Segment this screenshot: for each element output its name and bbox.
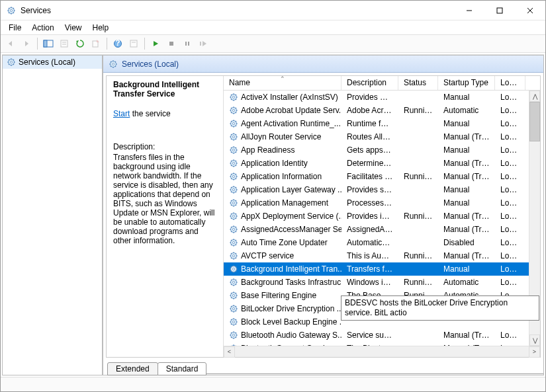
service-row[interactable]: Background Tasks Infrastruc...Windows in… xyxy=(224,276,540,289)
service-row[interactable]: Bluetooth Audio Gateway S...Service sup.… xyxy=(224,329,540,342)
service-name-cell: Application Layer Gateway ... xyxy=(241,185,341,194)
service-desc-cell: Routes AllJo... xyxy=(341,132,398,141)
tab-extended[interactable]: Extended xyxy=(107,362,158,375)
service-startup-cell: Automatic xyxy=(438,278,495,287)
tree-node-services-local[interactable]: Services (Local) xyxy=(3,56,102,69)
service-desc-cell: Provides Us... xyxy=(341,93,398,102)
service-desc-cell: Provides inf... xyxy=(341,212,398,221)
titlebar[interactable]: Services xyxy=(1,1,545,20)
service-row[interactable]: Agent Activation Runtime_...Runtime for.… xyxy=(224,117,540,130)
tab-standard[interactable]: Standard xyxy=(158,362,207,375)
service-icon xyxy=(229,159,238,168)
service-name-cell: Bluetooth Audio Gateway S... xyxy=(241,331,341,340)
service-name-cell: Application Information xyxy=(241,172,322,181)
description-text: Transfers files in the background using … xyxy=(113,153,216,245)
col-description[interactable]: Description xyxy=(341,76,398,90)
service-logon-cell: Local Se xyxy=(495,159,525,168)
scroll-right-icon[interactable]: > xyxy=(529,346,540,358)
show-hide-tree-button[interactable] xyxy=(41,36,56,51)
refresh-button[interactable] xyxy=(73,36,87,51)
service-desc-cell: Gets apps re... xyxy=(341,145,398,155)
service-icon xyxy=(229,172,238,181)
service-startup-cell: Manual xyxy=(438,145,495,155)
service-row[interactable]: Application Layer Gateway ...Provides su… xyxy=(224,183,540,196)
start-service-button[interactable] xyxy=(148,36,163,51)
column-headers: Name Description Status Startup Type Log… xyxy=(224,76,540,91)
service-row[interactable]: App ReadinessGets apps re...ManualLocal … xyxy=(224,143,540,157)
service-name-cell: Auto Time Zone Updater xyxy=(241,238,328,247)
pane-header-label: Services (Local) xyxy=(122,59,179,69)
close-button[interactable] xyxy=(515,1,545,20)
service-row[interactable]: Application ManagementProcesses in...Man… xyxy=(224,196,540,210)
svg-rect-26 xyxy=(188,42,189,46)
service-startup-cell: Automatic xyxy=(438,106,495,115)
service-list: Name Description Status Startup Type Log… xyxy=(223,76,540,357)
service-icon xyxy=(229,212,238,221)
service-desc-cell: Determines ... xyxy=(341,159,398,168)
services-window: Services File Action View Help ? xyxy=(0,0,546,392)
service-desc-cell: Transfers fil... xyxy=(341,264,398,274)
horizontal-scrollbar[interactable]: < > xyxy=(224,346,540,357)
service-logon-cell: Local Sy xyxy=(495,106,525,115)
service-desc-cell: Provides su... xyxy=(341,185,398,194)
stop-service-button[interactable] xyxy=(164,36,179,51)
service-status-cell: Running xyxy=(398,251,438,260)
service-logon-cell: Local Sy xyxy=(495,119,525,128)
menu-file[interactable]: File xyxy=(3,22,26,34)
service-row[interactable]: Application InformationFacilitates t...R… xyxy=(224,170,540,183)
service-row[interactable]: Auto Time Zone UpdaterAutomatica...Disab… xyxy=(224,236,540,249)
col-status[interactable]: Status xyxy=(398,76,438,90)
service-row[interactable]: AssignedAccessManager Se...AssignedAc...… xyxy=(224,223,540,236)
view-tabs: Extended Standard xyxy=(103,360,543,375)
restart-service-button[interactable] xyxy=(196,36,210,51)
scroll-left-icon[interactable]: < xyxy=(224,346,235,358)
service-logon-cell: Local Sy xyxy=(495,212,525,221)
service-row[interactable]: AllJoyn Router ServiceRoutes AllJo...Man… xyxy=(224,130,540,143)
col-startup[interactable]: Startup Type xyxy=(438,76,495,90)
pause-service-button[interactable] xyxy=(180,36,195,51)
service-icon xyxy=(229,132,238,141)
service-action-row: Start the service xyxy=(113,109,216,118)
menu-help[interactable]: Help xyxy=(87,22,114,34)
export-button[interactable] xyxy=(89,36,103,51)
start-link[interactable]: Start xyxy=(113,109,130,118)
scroll-thumb[interactable] xyxy=(529,102,540,141)
service-name-cell: AppX Deployment Service (... xyxy=(241,212,341,221)
service-logon-cell: Local Sy xyxy=(495,172,525,181)
service-row[interactable]: Adobe Acrobat Update Serv...Adobe Acro..… xyxy=(224,104,540,117)
service-icon xyxy=(229,304,238,313)
properties2-button[interactable] xyxy=(126,36,141,51)
back-button[interactable] xyxy=(3,36,18,51)
service-row[interactable]: ActiveX Installer (AxInstSV)Provides Us.… xyxy=(224,91,540,104)
service-desc-cell: Automatica... xyxy=(341,238,398,247)
service-name-cell: Application Management xyxy=(241,198,328,208)
service-row[interactable]: Background Intelligent Tran...Transfers … xyxy=(224,262,540,276)
minimize-button[interactable] xyxy=(454,1,484,20)
service-logon-cell: Local Sy xyxy=(495,198,525,208)
service-row[interactable]: AVCTP serviceThis is Audi...RunningManua… xyxy=(224,249,540,262)
service-desc-cell: Runtime for... xyxy=(341,119,398,128)
forward-button[interactable] xyxy=(19,36,34,51)
service-row[interactable]: Application IdentityDetermines ...Manual… xyxy=(224,157,540,170)
service-name-cell: Application Identity xyxy=(241,159,308,168)
properties-button[interactable] xyxy=(57,36,71,51)
service-startup-cell: Manual (Trig... xyxy=(438,212,495,221)
service-desc-cell: AssignedAc... xyxy=(341,225,398,234)
maximize-button[interactable] xyxy=(484,1,515,20)
service-desc-cell: Service sup... xyxy=(341,331,398,340)
app-icon xyxy=(6,5,17,16)
service-row[interactable]: AppX Deployment Service (...Provides inf… xyxy=(224,210,540,223)
service-status-cell: Running xyxy=(398,106,438,115)
separator xyxy=(144,38,145,50)
menu-action[interactable]: Action xyxy=(26,22,59,34)
col-name[interactable]: Name xyxy=(224,76,341,90)
menu-view[interactable]: View xyxy=(60,22,87,34)
service-status-cell: Running xyxy=(398,172,438,181)
service-logon-cell: Local Se xyxy=(495,132,525,141)
service-name-cell: AVCTP service xyxy=(241,251,294,260)
scroll-down-icon[interactable]: ⋁ xyxy=(529,334,540,346)
service-icon xyxy=(229,185,238,194)
help-button[interactable]: ? xyxy=(111,36,125,51)
scroll-up-icon[interactable]: ⋀ xyxy=(529,91,540,102)
col-logon[interactable]: Log On xyxy=(495,76,525,90)
